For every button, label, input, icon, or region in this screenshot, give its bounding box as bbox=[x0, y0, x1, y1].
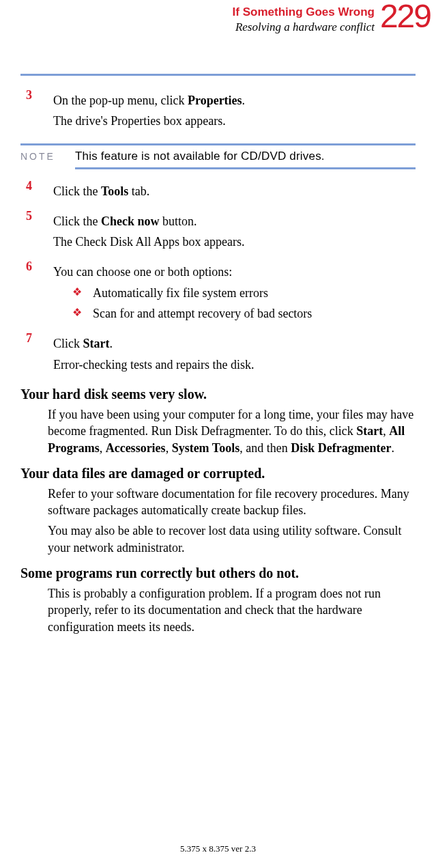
bold-text: Tools bbox=[101, 184, 128, 198]
step-number: 3 bbox=[20, 88, 53, 134]
note-bottom-rule bbox=[75, 167, 416, 169]
step-5: 5 Click the Check now button. The Check … bbox=[20, 209, 416, 255]
bullet-icon: ❖ bbox=[72, 305, 93, 322]
heading-slow-disk: Your hard disk seems very slow. bbox=[20, 387, 416, 402]
step-3: 3 On the pop-up menu, click Properties. … bbox=[20, 88, 416, 134]
bullet-text: Scan for and attempt recovery of bad sec… bbox=[93, 305, 312, 322]
text: . bbox=[392, 441, 395, 455]
heading-programs: Some programs run correctly but others d… bbox=[20, 565, 416, 581]
text: . bbox=[242, 94, 246, 107]
bold-text: Accessories bbox=[106, 441, 166, 455]
step-text: On the pop-up menu, click Properties. bbox=[53, 92, 416, 109]
step-text: Click the Check now button. bbox=[53, 213, 416, 229]
text: tab. bbox=[128, 184, 149, 198]
text: Click the bbox=[53, 184, 101, 198]
step-body: Click the Check now button. The Check Di… bbox=[53, 209, 416, 255]
paragraph: You may also be able to recover lost dat… bbox=[48, 522, 416, 556]
step-text: You can choose one or both options: bbox=[53, 264, 416, 280]
text: Click bbox=[53, 337, 83, 350]
step-text: The Check Disk All Apps box appears. bbox=[53, 234, 416, 250]
bold-text: Start bbox=[83, 337, 110, 350]
note-row: NOTE This feature is not available for C… bbox=[20, 145, 416, 167]
text: On the pop-up menu, click bbox=[53, 94, 188, 107]
step-number: 7 bbox=[20, 331, 53, 377]
bullet-icon: ❖ bbox=[72, 285, 93, 301]
step-number: 6 bbox=[20, 260, 53, 326]
step-body: Click the Tools tab. bbox=[53, 179, 416, 204]
heading-damaged-files: Your data files are damaged or corrupted… bbox=[20, 466, 416, 481]
paragraph: Refer to your software documentation for… bbox=[48, 486, 416, 519]
section-subtitle: Resolving a hardware conflict bbox=[233, 20, 375, 34]
chapter-title: If Something Goes Wrong bbox=[233, 5, 375, 19]
bullet-text: Automatically fix file system errors bbox=[93, 285, 268, 301]
text: , bbox=[100, 441, 106, 455]
step-text: Click the Tools tab. bbox=[53, 183, 416, 199]
bold-text: System Tools bbox=[172, 441, 240, 455]
page-footer: 5.375 x 8.375 ver 2.3 bbox=[0, 843, 436, 854]
text: , bbox=[383, 424, 389, 438]
step-4: 4 Click the Tools tab. bbox=[20, 179, 416, 204]
page-header: If Something Goes Wrong Resolving a hard… bbox=[0, 0, 436, 53]
bullet-item: ❖ Automatically fix file system errors bbox=[72, 285, 416, 301]
step-number: 5 bbox=[20, 209, 53, 255]
step-6: 6 You can choose one or both options: ❖ … bbox=[20, 260, 416, 326]
step-body: Click Start. Error-checking tests and re… bbox=[53, 331, 416, 377]
step-text: Click Start. bbox=[53, 335, 416, 352]
note-text: This feature is not available for CD/DVD… bbox=[75, 150, 325, 163]
text: . bbox=[110, 337, 113, 350]
paragraph: If you have been using your computer for… bbox=[48, 406, 416, 456]
text: , bbox=[166, 441, 172, 455]
page-content: 3 On the pop-up menu, click Properties. … bbox=[0, 76, 436, 635]
step-text: The drive's Properties box appears. bbox=[53, 113, 416, 129]
text: , and then bbox=[239, 441, 291, 455]
step-number: 4 bbox=[20, 179, 53, 204]
text: button. bbox=[160, 214, 197, 228]
bold-text: Check now bbox=[101, 214, 160, 228]
step-body: You can choose one or both options: ❖ Au… bbox=[53, 260, 416, 326]
bullet-item: ❖ Scan for and attempt recovery of bad s… bbox=[72, 305, 416, 322]
step-body: On the pop-up menu, click Properties. Th… bbox=[53, 88, 416, 134]
page-number: 229 bbox=[380, 0, 431, 35]
text: Click the bbox=[53, 214, 101, 228]
bold-text: Disk Defragmenter bbox=[291, 441, 391, 455]
bold-text: Properties bbox=[188, 94, 242, 107]
paragraph: This is probably a configuration problem… bbox=[48, 585, 416, 635]
step-text: Error-checking tests and repairs the dis… bbox=[53, 356, 416, 373]
note-label: NOTE bbox=[20, 150, 75, 162]
header-text-block: If Something Goes Wrong Resolving a hard… bbox=[233, 5, 375, 34]
bullet-list: ❖ Automatically fix file system errors ❖… bbox=[72, 285, 416, 322]
step-7: 7 Click Start. Error-checking tests and … bbox=[20, 331, 416, 377]
bold-text: Start bbox=[356, 424, 383, 438]
note-box: NOTE This feature is not available for C… bbox=[20, 143, 416, 169]
